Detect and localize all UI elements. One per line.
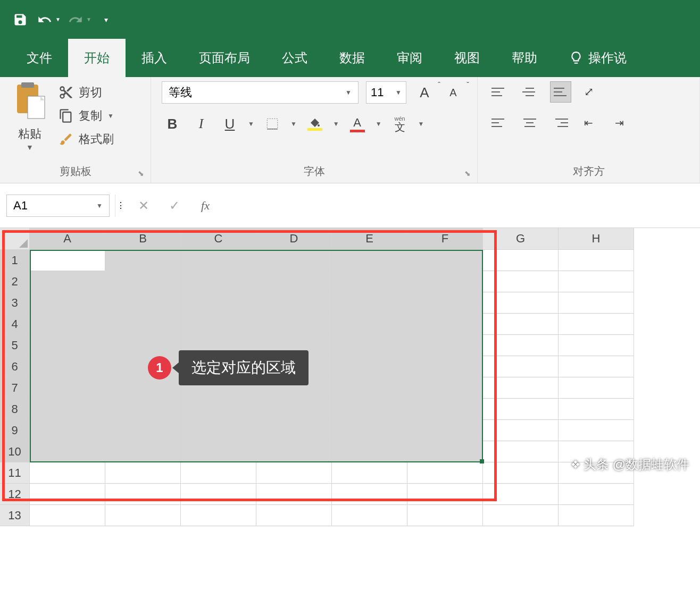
cell[interactable] [559,399,634,420]
align-left-button[interactable] [488,112,510,133]
cell[interactable] [559,314,634,335]
decrease-indent-button[interactable]: ⇤ [581,112,602,133]
cell[interactable] [30,271,105,292]
cell[interactable] [407,420,483,441]
cell[interactable] [407,484,483,505]
cell[interactable] [332,314,407,335]
column-header[interactable]: G [483,228,559,250]
row-header[interactable]: 3 [0,292,30,314]
cell[interactable] [407,271,483,292]
bold-button[interactable]: B [162,113,183,134]
align-top-button[interactable] [488,81,510,103]
font-color-dropdown-icon[interactable]: ▼ [376,120,382,128]
cell[interactable] [483,399,559,420]
align-middle-button[interactable] [519,81,540,103]
cell[interactable] [181,399,256,420]
increase-font-button[interactable]: Aˆ [414,82,435,103]
cell[interactable] [332,462,407,484]
cell[interactable] [559,505,634,526]
tab-file[interactable]: 文件 [11,39,68,77]
cell[interactable] [30,335,105,356]
tab-insert[interactable]: 插入 [126,39,183,77]
underline-button[interactable]: U [219,113,240,134]
paste-button[interactable]: 粘贴 ▼ [6,81,53,162]
undo-dropdown-icon[interactable]: ▼ [55,16,61,22]
border-button[interactable] [262,113,283,134]
cell[interactable] [105,462,181,484]
cell[interactable] [483,505,559,526]
cell[interactable] [483,335,559,356]
cell[interactable] [256,250,332,271]
cell[interactable] [30,420,105,441]
border-dropdown-icon[interactable]: ▼ [290,120,297,128]
column-header[interactable]: B [105,228,181,250]
tab-home[interactable]: 开始 [68,39,126,77]
phonetic-button[interactable]: wén 文 [389,113,411,134]
copy-dropdown-icon[interactable]: ▼ [107,112,114,120]
cell[interactable] [181,420,256,441]
column-header[interactable]: F [407,228,483,250]
cell[interactable] [105,250,181,271]
tell-me[interactable]: 操作说 [553,39,643,77]
cell[interactable] [30,441,105,462]
cell[interactable] [256,505,332,526]
cell[interactable] [30,462,105,484]
row-header[interactable]: 1 [0,250,30,271]
cell[interactable] [483,377,559,399]
enter-button[interactable]: ✓ [162,195,187,217]
cell[interactable] [105,399,181,420]
fill-dropdown-icon[interactable]: ▼ [333,120,339,128]
cut-button[interactable]: 剪切 [59,85,114,100]
cell[interactable] [256,399,332,420]
cell[interactable] [407,399,483,420]
fill-color-button[interactable] [304,113,326,134]
align-center-button[interactable] [519,112,540,133]
formula-input[interactable] [223,195,694,217]
cell[interactable] [407,250,483,271]
cell[interactable] [30,399,105,420]
cell[interactable] [332,271,407,292]
tab-formula[interactable]: 公式 [266,39,323,77]
row-header[interactable]: 6 [0,356,30,377]
cell[interactable] [256,420,332,441]
cell[interactable] [332,377,407,399]
phonetic-dropdown-icon[interactable]: ▼ [418,120,424,128]
cell[interactable] [181,484,256,505]
cell[interactable] [30,377,105,399]
align-bottom-button[interactable] [550,81,571,103]
cell[interactable] [407,335,483,356]
cell[interactable] [30,356,105,377]
fx-button[interactable]: fx [193,195,218,217]
qat-customize-icon[interactable]: ▾ [104,15,108,24]
cell[interactable] [407,441,483,462]
cell[interactable] [256,271,332,292]
cell[interactable] [483,292,559,314]
decrease-font-button[interactable]: Aˇ [443,82,464,103]
cell[interactable] [332,292,407,314]
cell[interactable] [332,505,407,526]
row-header[interactable]: 11 [0,462,30,484]
underline-dropdown-icon[interactable]: ▼ [248,120,254,128]
cell[interactable] [483,250,559,271]
row-header[interactable]: 12 [0,484,30,505]
cell[interactable] [407,462,483,484]
row-header[interactable]: 9 [0,420,30,441]
cell[interactable] [30,505,105,526]
format-painter-button[interactable]: 格式刷 [59,131,114,147]
cell[interactable] [256,462,332,484]
cell[interactable] [105,314,181,335]
italic-button[interactable]: I [190,113,212,134]
row-header[interactable]: 13 [0,505,30,526]
cell[interactable] [256,441,332,462]
row-header[interactable]: 5 [0,335,30,356]
cell[interactable] [332,484,407,505]
cancel-button[interactable]: ✕ [131,195,156,217]
column-header[interactable]: D [256,228,332,250]
cell[interactable] [30,314,105,335]
cell[interactable] [105,292,181,314]
cell[interactable] [559,250,634,271]
cell[interactable] [559,356,634,377]
cell[interactable] [332,250,407,271]
name-box[interactable]: A1 ▼ [6,195,110,217]
cell[interactable] [559,420,634,441]
